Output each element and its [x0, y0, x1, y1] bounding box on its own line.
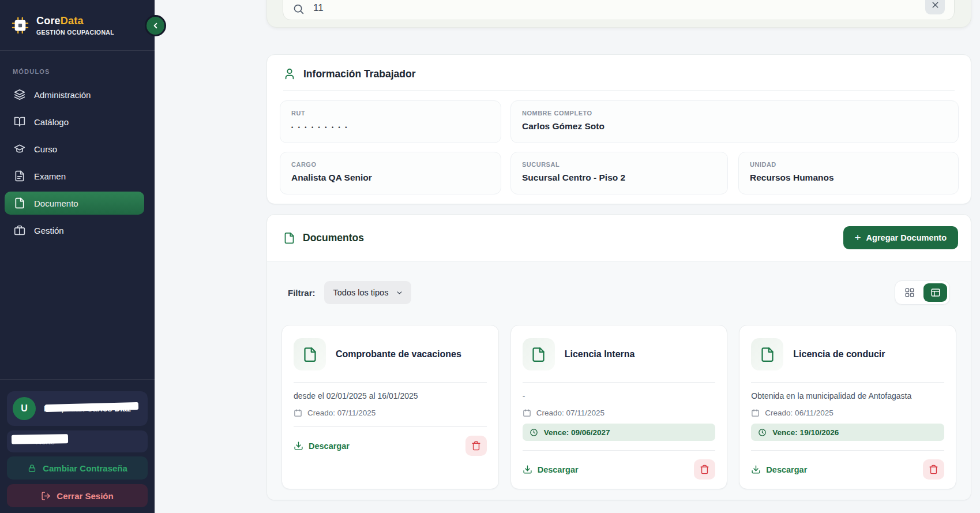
divider [751, 382, 944, 383]
sidebar-nav: Administración Catálogo Curso Examen [0, 83, 155, 242]
document-title: Licencia de conducir [793, 349, 885, 360]
file-icon [523, 338, 555, 370]
brand-name-accent: Data [61, 15, 84, 27]
download-button[interactable]: Descargar [523, 465, 579, 474]
plus-icon: + [855, 231, 861, 244]
documents-header: Documentos + Agregar Documento [267, 215, 971, 261]
expiry-badge: Vence: 19/10/2026 [751, 424, 944, 441]
logout-label: Cerrar Sesión [57, 491, 113, 501]
grid-view-button[interactable] [898, 283, 921, 302]
sidebar-item-label: Gestión [34, 226, 64, 235]
chevron-down-icon [396, 289, 403, 297]
file-icon [294, 338, 326, 370]
download-icon [751, 465, 761, 474]
document-card-footer: Descargar [751, 459, 944, 480]
sidebar-item-examen[interactable]: Examen [5, 164, 144, 188]
documents-title: Documentos [303, 232, 364, 244]
search-input[interactable] [313, 1, 946, 15]
sidebar-item-catalogo[interactable]: Catálogo [5, 110, 144, 133]
logout-button[interactable]: Cerrar Sesión [7, 484, 148, 507]
divider [294, 426, 487, 427]
file-icon [283, 232, 295, 244]
document-card-header: Licencia Interna [511, 325, 727, 370]
field-unidad-label: UNIDAD [750, 161, 947, 168]
clock-icon [758, 428, 767, 437]
field-nombre-value: Carlos Gómez Soto [522, 121, 947, 132]
layers-icon [14, 89, 25, 100]
document-created: Creado: 07/11/2025 [294, 409, 487, 417]
field-cargo-value: Analista QA Senior [291, 173, 490, 183]
add-document-button[interactable]: + Agregar Documento [843, 226, 959, 249]
download-icon [294, 441, 303, 451]
delete-document-button[interactable] [465, 436, 487, 456]
download-button[interactable]: Descargar [294, 441, 350, 451]
sidebar-item-label: Catálogo [34, 117, 69, 127]
worker-info-section: Información Trabajador RUT • • • • • • •… [266, 54, 971, 204]
table-view-button[interactable] [923, 283, 947, 302]
sidebar-item-label: Documento [34, 199, 78, 208]
clock-icon [530, 428, 538, 437]
download-button[interactable]: Descargar [751, 465, 807, 474]
brand-subtitle: GESTIÓN OCUPACIONAL [36, 29, 114, 36]
graduation-cap-icon [14, 143, 25, 155]
field-cargo: CARGO Analista QA Senior [280, 152, 501, 194]
document-card: Licencia de conducir Obtenida en la muni… [739, 325, 956, 489]
sidebar-item-documento[interactable]: Documento [5, 192, 144, 215]
sidebar-item-administracion[interactable]: Administración [5, 83, 144, 106]
document-card: Licencia Interna - Creado: 07/11/2025 [510, 325, 728, 489]
download-label: Descargar [538, 465, 579, 474]
document-card-header: Licencia de conducir [739, 325, 956, 370]
search-section [266, 0, 971, 28]
document-created: Creado: 07/11/2025 [523, 409, 716, 417]
download-label: Descargar [766, 465, 807, 474]
document-card-header: Comprobante de vacaciones [282, 325, 498, 370]
document-card-footer: Descargar [294, 436, 487, 456]
brand: CoreData GESTIÓN OCUPACIONAL [0, 0, 155, 36]
sidebar-item-label: Curso [34, 144, 57, 154]
close-icon [930, 0, 940, 10]
trash-icon [471, 441, 481, 451]
change-password-button[interactable]: Cambiar Contraseña [7, 456, 148, 480]
document-card: Comprobante de vacaciones desde el 02/01… [281, 325, 499, 489]
clear-search-button[interactable] [925, 0, 945, 14]
document-created-text: Creado: 07/11/2025 [536, 409, 604, 417]
field-rut-value: • • • • • • • • • [291, 125, 490, 130]
sidebar-divider [0, 50, 155, 51]
download-label: Descargar [309, 441, 350, 451]
brand-name: CoreData [36, 15, 114, 27]
trash-icon [700, 465, 709, 474]
field-unidad: UNIDAD Recursos Humanos [738, 152, 959, 194]
user-icon [283, 68, 296, 80]
sidebar-item-label: Administración [34, 90, 91, 100]
documents-toolbar: Filtrar: Todos los tipos [288, 280, 950, 305]
expiry-text: Vence: 09/06/2027 [544, 428, 610, 437]
field-rut: RUT • • • • • • • • • [280, 100, 501, 143]
delete-document-button[interactable] [923, 459, 944, 480]
calendar-icon [294, 409, 302, 417]
chevron-left-icon [151, 21, 160, 30]
sidebar-collapse-button[interactable] [145, 15, 166, 36]
field-cargo-label: CARGO [291, 161, 490, 168]
divider [751, 450, 944, 451]
worker-info-title: Información Trabajador [303, 68, 415, 80]
add-document-label: Agregar Documento [866, 233, 947, 242]
field-rut-label: RUT [291, 110, 490, 117]
filter-label: Filtrar: [288, 288, 316, 298]
document-created-text: Creado: 06/11/2025 [765, 409, 833, 417]
search-icon [292, 3, 305, 15]
expiry-badge: Vence: 09/06/2027 [523, 424, 716, 441]
document-description: Obtenida en la municipalidad de Antofaga… [751, 391, 944, 401]
cpu-logo-icon [12, 17, 29, 34]
documents-body: Filtrar: Todos los tipos [267, 261, 971, 500]
delete-document-button[interactable] [694, 459, 715, 480]
document-type-filter[interactable]: Todos los tipos [324, 281, 412, 304]
sidebar-item-gestion[interactable]: Gestión [5, 219, 144, 242]
search-input-wrap [283, 0, 955, 20]
sidebar-bottom: U Hola, Juan Carlos Díaz Norte Cambiar C… [0, 379, 155, 513]
divider [523, 382, 716, 383]
sidebar-item-curso[interactable]: Curso [5, 137, 144, 160]
field-nombre-label: NOMBRE COMPLETO [522, 110, 947, 117]
worker-info-divider [283, 90, 955, 91]
sidebar-item-label: Examen [34, 171, 66, 181]
expiry-text: Vence: 19/10/2026 [772, 428, 839, 437]
